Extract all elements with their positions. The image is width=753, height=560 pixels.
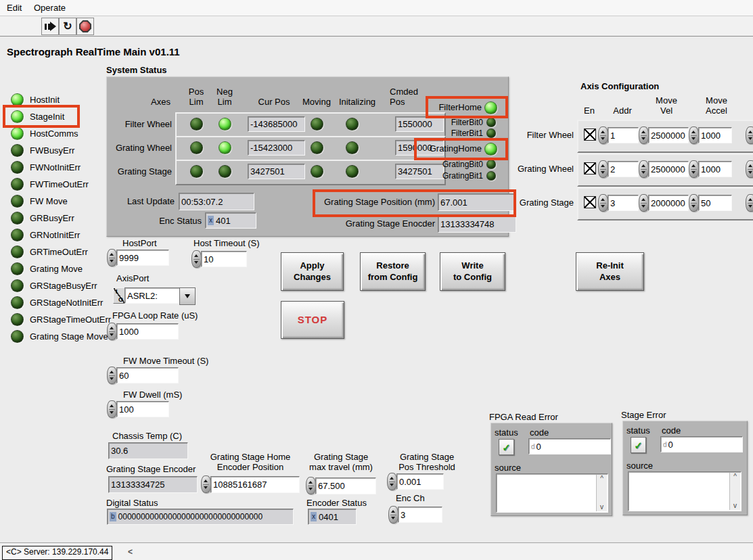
led-label-grstagebusyerr: GRStageBusyErr <box>30 281 97 291</box>
axis-config-title: Axis Configuration <box>580 81 659 91</box>
scroll-down-icon[interactable]: v <box>600 503 603 511</box>
fpga-loop-rate-label: FPGA Loop Rate (uS) <box>112 310 198 321</box>
move-vel-stepper[interactable] <box>639 160 649 178</box>
addr-input[interactable]: 3 <box>608 195 639 211</box>
page-title: Spectrograph RealTime Main v01.11 <box>7 46 180 57</box>
addr-input[interactable]: 1 <box>608 127 639 143</box>
move-vel-input[interactable]: 2500000 <box>648 161 689 177</box>
extra-stepper[interactable] <box>746 194 753 212</box>
enable-checkbox[interactable] <box>584 196 596 208</box>
enable-checkbox[interactable] <box>584 129 596 141</box>
led-label-grstagenotiniterr: GRStageNotInitErr <box>30 298 103 308</box>
apply-changes-button[interactable]: ApplyChanges <box>281 252 344 291</box>
extra-stepper[interactable] <box>746 126 753 144</box>
fpga-loop-rate-stepper[interactable] <box>107 323 117 340</box>
stop-button[interactable]: STOP <box>281 301 344 339</box>
radix-icon[interactable]: x <box>208 216 214 225</box>
menu-bar: Edit Operate <box>0 0 753 16</box>
error-source-box: ^ v <box>496 473 608 513</box>
cur-pos-indicator: 3427501 <box>248 164 305 179</box>
axisport-combo[interactable]: ASRL2: <box>124 287 184 304</box>
enc-ch-stepper[interactable] <box>388 506 398 523</box>
gs-pos-threshold-input[interactable]: 0.001 <box>396 473 444 490</box>
gs-max-travel-input[interactable]: 67.500 <box>315 477 376 494</box>
fpga-loop-rate-input[interactable]: 1000 <box>116 323 179 340</box>
scrollbar[interactable]: ^ v <box>729 473 740 510</box>
led-grstagebusyerr <box>11 279 24 292</box>
write-to-config-button[interactable]: Writeto Config <box>440 252 505 291</box>
host-timeout-input[interactable]: 10 <box>201 251 247 267</box>
move-accel-stepper[interactable] <box>689 160 699 178</box>
move-accel-stepper[interactable] <box>689 126 699 144</box>
enable-checkbox[interactable] <box>584 162 596 174</box>
radix-icon[interactable]: b <box>110 512 116 521</box>
header-addr: Addr <box>608 106 637 116</box>
hostport-stepper[interactable] <box>107 249 117 266</box>
move-vel-stepper[interactable] <box>639 126 649 144</box>
led-hostinit <box>11 93 24 106</box>
abort-button[interactable] <box>76 18 94 35</box>
gs-home-enc-pos-stepper[interactable] <box>201 475 211 493</box>
move-vel-input[interactable]: 2000000 <box>648 195 689 211</box>
menu-operate[interactable]: Operate <box>31 2 68 14</box>
hostport-label: HostPort <box>122 238 157 248</box>
gs-max-travel-stepper[interactable] <box>306 477 316 494</box>
scroll-down-icon[interactable]: v <box>733 502 737 510</box>
hostport-input[interactable]: 9999 <box>116 250 169 266</box>
move-vel-stepper[interactable] <box>639 194 649 212</box>
move-vel-input[interactable]: 2500000 <box>648 127 689 143</box>
checkmark-icon: ✓ <box>502 442 511 452</box>
server-address-indicator: <C> Server: 139.229.170.44 <box>2 546 112 560</box>
gs-pos-threshold-stepper[interactable] <box>387 473 397 490</box>
enc-ch-input[interactable]: 3 <box>398 507 442 523</box>
scroll-left-icon[interactable]: < <box>128 547 133 557</box>
led-label-grstagetimeouterr: GRStageTimeOutErr <box>30 314 111 325</box>
addr-stepper[interactable] <box>598 126 608 144</box>
fw-move-timeout-label: FW Move Timeout (S) <box>123 356 208 366</box>
fw-dwell-input[interactable]: 100 <box>116 401 169 417</box>
header-axes: Axes <box>130 97 170 107</box>
run-button[interactable] <box>41 18 59 35</box>
fw-move-timeout-input[interactable]: 60 <box>116 367 179 383</box>
led-neg-lim <box>219 118 231 131</box>
scroll-up-icon[interactable]: ^ <box>733 473 737 481</box>
row-axis-label: Grating Stage <box>101 166 172 177</box>
scroll-up-icon[interactable]: ^ <box>600 475 603 483</box>
move-accel-stepper[interactable] <box>689 194 699 212</box>
led-label-gratingbit0: GratingBit0 <box>414 160 483 169</box>
addr-stepper[interactable] <box>598 160 608 178</box>
addr-stepper[interactable] <box>598 194 608 212</box>
gs-max-travel-label: Grating Stagemax travel (mm) <box>304 452 378 472</box>
led-neg-lim <box>219 165 231 178</box>
extra-stepper[interactable] <box>746 160 753 178</box>
radix-icon[interactable]: x <box>311 512 317 521</box>
move-accel-input[interactable]: 1000 <box>698 127 732 143</box>
chassis-temp-indicator: 30.6 <box>108 442 188 459</box>
addr-input[interactable]: 2 <box>608 161 639 177</box>
error-code-indicator: d0 <box>660 436 743 452</box>
run-continuously-button[interactable]: ↻ <box>59 18 76 35</box>
header-en: En <box>580 106 598 116</box>
led-initializing <box>346 165 359 178</box>
encoder-status-indicator: x0401 <box>308 509 357 525</box>
move-accel-input[interactable]: 50 <box>698 195 732 211</box>
move-accel-input[interactable]: 1000 <box>698 161 732 177</box>
led-label-hostinit: HostInit <box>30 95 60 105</box>
restore-from-config-button[interactable]: Restorefrom Config <box>360 252 426 291</box>
led-grbusyerr <box>11 212 24 225</box>
host-timeout-stepper[interactable] <box>191 250 202 268</box>
menu-edit[interactable]: Edit <box>4 2 24 14</box>
fw-dwell-stepper[interactable] <box>107 400 117 418</box>
enc-ch-label: Enc Ch <box>396 493 425 503</box>
led-pos-lim <box>190 165 203 178</box>
axisport-dropdown-button[interactable] <box>179 287 196 305</box>
gs-home-enc-pos-input[interactable]: 10885161687 <box>210 476 300 493</box>
reinit-axes-button[interactable]: Re-InitAxes <box>576 252 644 291</box>
radix-icon[interactable]: d <box>663 441 667 448</box>
led-filterhome <box>484 101 497 114</box>
status-bar: <C> Server: 139.229.170.44 < <box>0 542 753 560</box>
fw-move-timeout-stepper[interactable] <box>107 367 117 384</box>
scrollbar[interactable]: ^ v <box>596 475 607 511</box>
row-axis-label: Grating Wheel <box>101 143 172 153</box>
radix-icon[interactable]: d <box>531 443 535 450</box>
